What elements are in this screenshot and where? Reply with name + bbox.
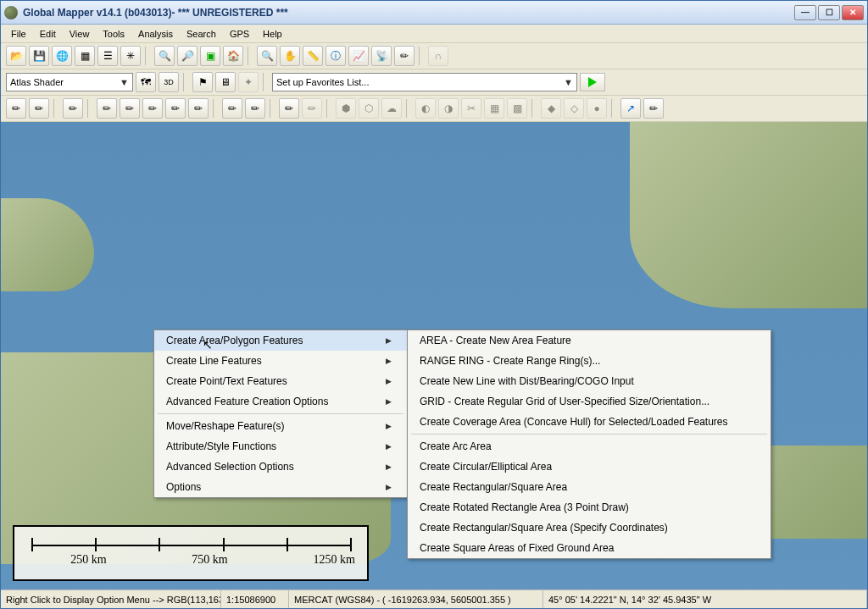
dig-tool-5[interactable]: ✏ (120, 98, 140, 119)
window-title: Global Mapper v14.1 (b043013)- *** UNREG… (23, 7, 794, 19)
pencil-cut-icon: ✏ (285, 102, 293, 114)
chart-icon: 📈 (353, 50, 365, 62)
ctx-create-point[interactable]: Create Point/Text Features▶ (154, 371, 407, 391)
zoom-sel-icon: 🔍 (261, 50, 274, 62)
antenna-button[interactable]: 📡 (371, 46, 392, 66)
ctx-create-line[interactable]: Create Line Features▶ (154, 351, 407, 371)
zoom-sel-button[interactable]: 🔍 (257, 46, 277, 66)
window-controls: — ☐ ✕ (794, 5, 864, 20)
dig-tool-last[interactable]: ✏ (643, 98, 664, 119)
favorites-combo[interactable]: Set up Favorites List... ▼ (272, 73, 577, 91)
dig-tool-9[interactable]: ✏ (222, 98, 242, 119)
disabled-button: ∩ (428, 46, 448, 66)
pencil-icon: ✏ (649, 102, 658, 114)
dig-tool-8[interactable]: ✏ (188, 98, 209, 119)
sub-range-ring[interactable]: RANGE RING - Create Range Ring(s)... (408, 351, 771, 371)
monitor-button[interactable]: 🖥 (215, 72, 236, 92)
sparkle-icon: ✦ (244, 76, 253, 88)
dig-tool-7[interactable]: ✏ (165, 98, 186, 119)
globe-button[interactable]: 🌐 (52, 46, 72, 66)
cube-icon: 3D (164, 78, 174, 86)
menu-view[interactable]: View (63, 26, 97, 42)
save-button[interactable]: 💾 (29, 46, 49, 66)
status-projection: MERCAT (WGS84) - ( -1619263.934, 5605001… (289, 590, 543, 608)
menu-help[interactable]: Help (256, 26, 289, 42)
status-coords: 45° 05' 14.2221" N, 14° 32' 45.9435" W (543, 590, 867, 608)
minimize-button[interactable]: — (794, 5, 816, 20)
maximize-button[interactable]: ☐ (818, 5, 840, 20)
dig-tool-11[interactable]: ✏ (279, 98, 299, 119)
menu-separator (158, 413, 403, 414)
open-button[interactable]: 📂 (6, 46, 26, 66)
ctx-advanced-creation[interactable]: Advanced Feature Creation Options▶ (154, 391, 407, 412)
measure-button[interactable]: 📏 (303, 46, 323, 66)
dig-tool-4[interactable]: ✏ (97, 98, 117, 119)
dig-dis-1: ✏ (302, 98, 322, 119)
menu-edit[interactable]: Edit (33, 26, 63, 42)
sub-coverage[interactable]: Create Coverage Area (Concave Hull) for … (408, 412, 771, 432)
print-button[interactable]: ▦ (75, 46, 95, 66)
dig-dis-3: ⬡ (359, 98, 379, 119)
submenu-arrow-icon: ▶ (386, 377, 392, 385)
ruler-icon: 📏 (307, 50, 320, 62)
toolbar-main: 📂 💾 🌐 ▦ ☰ ✳ 🔍 🔎 ▣ 🏠 🔍 ✋ 📏 ⓘ 📈 📡 ✏ ∩ (1, 43, 867, 69)
sub-grid[interactable]: GRID - Create Regular Grid of User-Speci… (408, 391, 771, 412)
dig-tool-arrow[interactable]: ↗ (620, 98, 641, 119)
zoom-out-button[interactable]: 🔎 (177, 46, 198, 66)
menu-tools[interactable]: Tools (96, 26, 131, 42)
land-mass (630, 122, 867, 308)
play-button[interactable] (580, 73, 605, 91)
3d-button[interactable]: 3D (159, 72, 179, 92)
home-button[interactable]: 🏠 (223, 46, 243, 66)
dig-tool-3[interactable]: ✏ (63, 98, 83, 119)
scale-line (31, 545, 350, 546)
pencil-button[interactable]: ✏ (394, 46, 415, 66)
sub-rect-coords[interactable]: Create Rectangular/Square Area (Specify … (408, 518, 771, 538)
zoom-full-button[interactable]: ▣ (200, 46, 220, 66)
full-extent-icon: ▣ (206, 50, 215, 62)
close-button[interactable]: ✕ (842, 5, 864, 20)
sub-square-fixed[interactable]: Create Square Areas of Fixed Ground Area (408, 538, 771, 558)
submenu-arrow-icon: ▶ (386, 422, 392, 430)
layers-button[interactable]: ☰ (97, 46, 118, 66)
shader-combo[interactable]: Atlas Shader ▼ (6, 73, 133, 91)
flag-icon: ⚑ (198, 76, 208, 88)
sub-rotated-rect[interactable]: Create Rotated Rectangle Area (3 Point D… (408, 497, 771, 518)
submenu-arrow-icon: ▶ (386, 483, 392, 491)
chart-button[interactable]: 📈 (348, 46, 369, 66)
config-button[interactable]: ✳ (120, 46, 141, 66)
zoom-in-button[interactable]: 🔍 (154, 46, 175, 66)
ctx-options[interactable]: Options▶ (154, 477, 407, 497)
map-viewport[interactable]: Create Area/Polygon Features▶ Create Lin… (1, 122, 867, 590)
info-button[interactable]: ⓘ (326, 46, 346, 66)
folder-icon: 📂 (10, 50, 23, 62)
pencil-point-icon: ✏ (228, 102, 236, 114)
info-icon: ⓘ (331, 49, 341, 64)
sub-circular[interactable]: Create Circular/Elliptical Area (408, 457, 771, 477)
menu-file[interactable]: File (4, 26, 33, 42)
ctx-advanced-selection[interactable]: Advanced Selection Options▶ (154, 457, 407, 477)
submenu-arrow-icon: ▶ (386, 357, 392, 365)
dig-tool-10[interactable]: ✏ (245, 98, 265, 119)
sub-area-new[interactable]: AREA - Create New Area Feature (408, 330, 771, 351)
pan-button[interactable]: ✋ (280, 46, 300, 66)
floppy-icon: 💾 (33, 50, 46, 62)
menu-gps[interactable]: GPS (223, 26, 256, 42)
land-mass (1, 198, 94, 291)
menu-search[interactable]: Search (180, 26, 223, 42)
sub-cogo[interactable]: Create New Line with Dist/Bearing/COGO I… (408, 371, 771, 391)
flag-button[interactable]: ⚑ (192, 72, 213, 92)
dig-tool-2[interactable]: ✏ (29, 98, 49, 119)
context-menu: Create Area/Polygon Features▶ Create Lin… (153, 329, 408, 498)
terrain-button[interactable]: 🗺 (136, 72, 156, 92)
menu-analysis[interactable]: Analysis (131, 26, 180, 42)
ctx-create-area[interactable]: Create Area/Polygon Features▶ (154, 330, 407, 351)
dig-tool-1[interactable]: ✏ (6, 98, 26, 119)
sub-arc[interactable]: Create Arc Area (408, 436, 771, 457)
main-window: Global Mapper v14.1 (b043013)- *** UNREG… (0, 0, 868, 609)
ctx-attribute-style[interactable]: Attribute/Style Functions▶ (154, 436, 407, 457)
dig-tool-6[interactable]: ✏ (142, 98, 163, 119)
sub-rectangular[interactable]: Create Rectangular/Square Area (408, 477, 771, 497)
separator (326, 99, 331, 118)
ctx-move-reshape[interactable]: Move/Reshape Feature(s)▶ (154, 416, 407, 436)
